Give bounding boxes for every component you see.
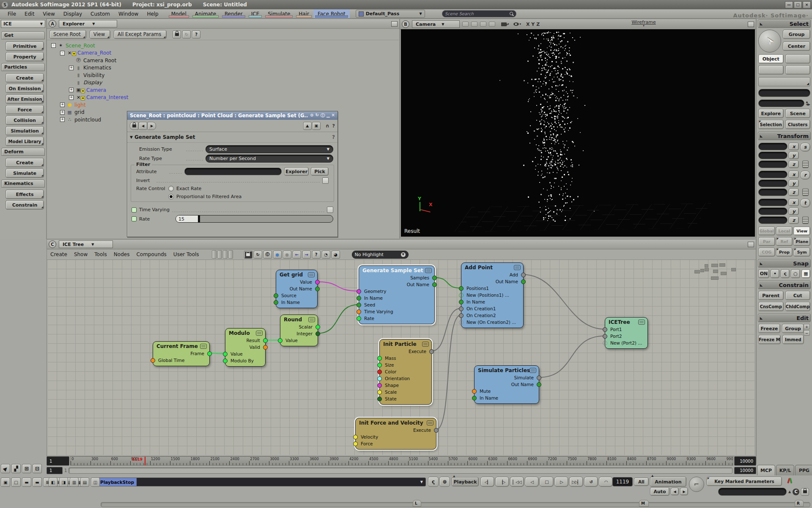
menu-help[interactable]: Help [143,9,162,18]
menu-window[interactable]: Window [114,9,143,18]
s-x-field[interactable] [758,143,787,150]
help-icon[interactable]: ? [332,123,335,129]
memo-cam-1[interactable] [462,22,469,27]
menu-render[interactable]: Render [220,9,247,18]
freeze-button[interactable]: Freeze [758,324,780,333]
port-dot[interactable] [315,287,320,291]
t-y-axis-button[interactable]: y [789,207,799,215]
frame-back-button[interactable]: ◁▏ [480,477,494,487]
prev-page-button[interactable]: ◀ [139,122,147,130]
panel-resize-icon[interactable] [391,21,398,27]
hook-icon[interactable]: ∩ [326,123,329,129]
update-icon[interactable]: ▲ [303,122,312,130]
frame-forward-button[interactable]: ▕▷ [495,477,509,487]
parent-button[interactable]: Parent [758,291,784,300]
node-get-grid[interactable]: Get gridValueOut NameSourceIn Name [276,270,318,308]
minimize-button[interactable]: — [785,1,793,8]
ice-menu-show[interactable]: Show [74,251,88,257]
chldcomp-button[interactable]: ChldComp [785,302,811,311]
tab-mcp[interactable]: MCP [757,465,775,475]
snap-on-button[interactable]: ON [758,269,769,278]
sidebar-item-create[interactable]: Create [5,158,44,167]
all-button[interactable]: All [634,478,649,486]
port-dot[interactable] [377,397,382,401]
port-dot[interactable] [459,313,464,318]
sidebar-item-primitive[interactable]: Primitive [5,41,44,51]
sidebar-item-effects[interactable]: Effects [5,190,44,199]
layout-tool-icon-4[interactable]: ▤ [80,478,89,487]
back-arrow-icon[interactable]: ← [293,251,301,259]
port-dot[interactable] [357,289,361,294]
port-dot[interactable] [315,280,320,284]
snap-curve-icon[interactable]: ς [781,269,790,278]
panel-letter-b[interactable]: B [402,20,409,28]
tree-item-visibility[interactable]: ▮Visibility [49,72,399,79]
port-dot[interactable] [357,303,361,307]
loop-end-field[interactable]: 10000 [734,467,756,474]
r-x-axis-button[interactable]: x [789,171,799,178]
link-axes-icon[interactable] [802,160,809,168]
memo-cam-4[interactable] [489,22,495,27]
edit-section-header[interactable]: Edit [758,314,811,322]
port-dot[interactable] [459,306,464,311]
panel-resize-icon[interactable] [748,242,754,247]
r-y-axis-button[interactable]: y [789,179,799,187]
node-graph-canvas[interactable]: Get gridValueOut NameSourceIn NameGenera… [48,260,755,455]
port-dot[interactable] [537,375,541,380]
refresh-icon[interactable]: ↻ [254,251,262,259]
proportional-radio[interactable] [168,194,174,199]
tree-expander-icon[interactable]: + [69,95,74,100]
port-dot[interactable] [315,331,320,336]
node-menu-icon[interactable] [308,272,315,277]
help-icon[interactable]: ? [312,251,321,259]
scene-button[interactable]: Scene [785,109,811,118]
port-dot[interactable] [603,327,607,332]
ice-menu-tools[interactable]: Tools [94,251,107,257]
node-init-particle[interactable]: Init ParticleExecuteMassSizeColorOrienta… [379,339,432,405]
group-button[interactable]: Group [783,30,810,39]
cut-button[interactable]: Cut [785,291,811,300]
marked-keys-icon[interactable] [785,477,796,485]
tree-item-kinematics[interactable]: +▮Kinematics [49,64,399,72]
layout-tool-icon-3[interactable]: ▥ [70,478,79,487]
prop-button[interactable]: Prop [776,248,793,257]
memo-cam-2[interactable] [471,22,477,27]
layout-grid-icon[interactable]: ⊞ [22,464,31,473]
ice-menu-compounds[interactable]: Compounds [136,251,166,257]
sym-button[interactable]: Sym [793,248,810,257]
port-dot[interactable] [377,390,382,395]
loop-start-field[interactable]: 1 [47,467,63,474]
node-gss[interactable]: Generate Sample SetSamplesOut NameGeomet… [359,265,435,324]
cnscomp-button[interactable]: CnsComp [758,302,784,311]
close-button[interactable]: × [803,1,811,8]
node-menu-icon[interactable] [638,320,645,325]
explorer-view-selector[interactable]: Explorer ▼ [59,20,117,28]
tree-expander-icon[interactable]: + [60,117,65,122]
ice-menu-user-tools[interactable]: User Tools [173,251,199,257]
immed-button[interactable]: Immed [782,335,804,344]
timeline-ruler[interactable]: 0300600900120015001800210024002700300033… [70,456,733,466]
port-dot[interactable] [353,442,358,446]
port-dot[interactable] [357,309,361,314]
link-axes-icon[interactable] [802,188,809,196]
animatable-led-icon[interactable] [132,207,137,213]
panel-resize-icon[interactable] [748,22,754,27]
tree-item-display[interactable]: ▮Display [49,79,399,87]
tree-expander-icon[interactable]: + [60,102,65,107]
sidebar-item-collision[interactable]: Collision [5,116,44,125]
next-key-button[interactable]: ▶ [680,488,688,495]
menu-view[interactable]: View [38,9,59,18]
scripting-field[interactable] [718,488,787,496]
node-menu-icon[interactable] [514,265,521,270]
camera-view-selector[interactable]: Camera ▼ [412,20,460,28]
prev-key-button[interactable]: ◁ [525,477,539,487]
pick-button[interactable]: Pick [311,167,329,176]
node-menu-icon[interactable] [422,342,429,347]
menu-face-robot[interactable]: Face Robot [313,9,350,18]
constrain-section-header[interactable]: Constrain [758,281,811,289]
tree-expander-icon[interactable]: - [51,43,56,48]
ice-menu-create[interactable]: Create [50,251,67,257]
transform-section-header[interactable]: Transform [758,132,811,140]
port-dot[interactable] [472,396,477,400]
remove-button[interactable]: − [804,330,810,336]
